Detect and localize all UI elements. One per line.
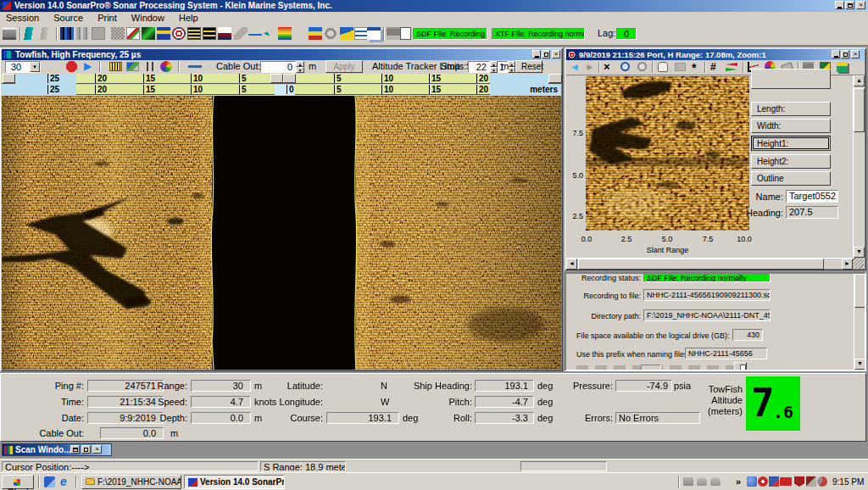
width-button[interactable]: Width: bbox=[751, 119, 831, 133]
scroll-down-arrow[interactable]: ▼ bbox=[854, 247, 865, 258]
target-minimize-button[interactable] bbox=[832, 50, 840, 58]
palette-icon[interactable] bbox=[160, 61, 172, 72]
wave-display-icon[interactable] bbox=[157, 27, 170, 40]
scroll-left-arrow[interactable]: ◄ bbox=[566, 259, 577, 270]
close-button[interactable]: × bbox=[856, 1, 865, 9]
save-icon[interactable] bbox=[387, 27, 400, 40]
pattern-display-icon[interactable] bbox=[111, 27, 125, 40]
rgb-display-icon[interactable] bbox=[293, 27, 307, 40]
height1-button[interactable]: Height1: bbox=[751, 136, 831, 151]
tray-shield-icon[interactable] bbox=[758, 476, 768, 487]
ruler-icon[interactable] bbox=[109, 62, 122, 71]
start-up[interactable]: ▲ bbox=[508, 61, 515, 67]
taskbar-sonarpro-task[interactable]: Version 14.0 SonarPr... bbox=[184, 475, 285, 489]
taskbar-folder-task[interactable]: F:\2019_NHHC-NOAA\2... bbox=[81, 475, 181, 489]
tray-ati-icon[interactable] bbox=[780, 477, 792, 486]
length-button[interactable]: Length: bbox=[751, 102, 831, 116]
ie-icon[interactable]: e bbox=[60, 475, 67, 488]
minimize-button[interactable] bbox=[835, 1, 844, 9]
gain-sliders-icon[interactable] bbox=[143, 62, 156, 71]
menu-source[interactable]: Source bbox=[47, 12, 89, 24]
range-select-arrow[interactable]: ▼ bbox=[30, 62, 40, 72]
target-hscrollbar[interactable]: ◄ ► bbox=[566, 258, 853, 269]
event-list-icon[interactable] bbox=[203, 27, 216, 40]
tray-pie-icon[interactable] bbox=[817, 476, 827, 487]
range-select[interactable]: 30 ▼ bbox=[5, 61, 41, 73]
bathy-icon[interactable] bbox=[340, 27, 353, 40]
tray-mcafee-icon[interactable] bbox=[794, 476, 804, 487]
height2-button[interactable]: Height2: bbox=[751, 154, 831, 169]
tray-network-icon[interactable] bbox=[747, 476, 757, 487]
recording-vscrollbar[interactable]: ▼ bbox=[854, 274, 865, 370]
annotate-icon[interactable] bbox=[234, 27, 248, 40]
scan-window-titlebar[interactable]: Scan Windo... × bbox=[2, 443, 112, 456]
sensor-plot-icon[interactable] bbox=[126, 27, 140, 40]
scan-maximize-button[interactable] bbox=[81, 445, 91, 454]
ruler-right-button[interactable] bbox=[548, 74, 562, 83]
ruler-center-button-2[interactable] bbox=[283, 74, 296, 83]
quicklaunch-app-icon[interactable] bbox=[44, 476, 55, 487]
scroll-thumb[interactable] bbox=[854, 88, 865, 132]
print-icon[interactable] bbox=[3, 27, 16, 40]
blank-display-icon[interactable] bbox=[92, 27, 105, 40]
menu-session[interactable]: Session bbox=[0, 12, 45, 24]
towfish-stbd-icon[interactable] bbox=[39, 27, 53, 40]
new-file-button[interactable] bbox=[734, 362, 747, 371]
refresh-icon[interactable] bbox=[324, 27, 337, 40]
prev-measure-button[interactable] bbox=[751, 69, 831, 89]
menu-help[interactable]: Help bbox=[173, 12, 204, 24]
stop-icon[interactable] bbox=[66, 61, 77, 72]
palette-bar-icon[interactable] bbox=[278, 27, 292, 40]
apply-button[interactable]: Apply bbox=[326, 60, 363, 73]
start-down[interactable]: ▼ bbox=[508, 67, 515, 73]
reset-button[interactable]: Reset bbox=[515, 60, 542, 73]
towfish-minimize-button[interactable] bbox=[532, 50, 541, 58]
tray-misc-icon[interactable] bbox=[806, 476, 816, 487]
scroll-right-arrow[interactable]: ► bbox=[842, 259, 853, 270]
tray-device-icon-2[interactable] bbox=[697, 477, 707, 486]
cable-tracker-icon[interactable] bbox=[188, 62, 202, 71]
stop-input[interactable]: 22 bbox=[468, 61, 490, 73]
image-view-icon[interactable] bbox=[126, 62, 139, 71]
zoom-out-icon[interactable] bbox=[637, 62, 647, 71]
play-icon[interactable]: ▶ bbox=[84, 60, 92, 72]
outline-button[interactable]: Outline bbox=[751, 171, 831, 186]
recording-scroll-down[interactable]: ▼ bbox=[854, 359, 865, 370]
delete-icon[interactable]: × bbox=[604, 60, 610, 73]
message-list-icon[interactable] bbox=[187, 27, 201, 40]
zoom-in-icon[interactable] bbox=[620, 62, 630, 71]
target-name-input[interactable]: Target0552 bbox=[786, 190, 838, 203]
cascade-windows-icon[interactable] bbox=[367, 27, 381, 40]
target-maximize-button[interactable] bbox=[841, 50, 849, 58]
grid-icon[interactable]: # bbox=[710, 61, 716, 73]
stop-down[interactable]: ▼ bbox=[490, 67, 498, 73]
copy-icon[interactable] bbox=[837, 62, 848, 72]
tray-device-icon-3[interactable] bbox=[710, 477, 721, 486]
scan-close-button[interactable]: × bbox=[92, 445, 102, 454]
towfish-cable-icon[interactable] bbox=[248, 27, 262, 40]
stop-up[interactable]: ▲ bbox=[490, 61, 498, 67]
cable-out-down[interactable]: ▼ bbox=[296, 67, 304, 73]
marker-star-icon[interactable]: * bbox=[692, 61, 696, 75]
new-file-icon[interactable] bbox=[400, 27, 411, 40]
menu-window[interactable]: Window bbox=[125, 12, 170, 24]
forward-icon[interactable]: ► bbox=[585, 61, 595, 73]
split-bars-icon[interactable] bbox=[354, 27, 368, 40]
layers-icon[interactable] bbox=[309, 27, 322, 40]
hscroll-thumb[interactable] bbox=[578, 259, 824, 270]
tray-overflow-icon[interactable]: » bbox=[736, 476, 741, 487]
ship-icon[interactable] bbox=[218, 27, 231, 40]
swap-arrows-icon[interactable] bbox=[726, 63, 737, 66]
start-button[interactable]: Start bbox=[2, 475, 34, 489]
green-plot-icon[interactable] bbox=[142, 27, 155, 40]
target-vscrollbar[interactable]: ▲ ▼ bbox=[853, 75, 864, 258]
back-icon[interactable]: ◄ bbox=[570, 61, 580, 73]
fish-arrow-icon[interactable] bbox=[264, 27, 277, 40]
cable-out-input[interactable]: 0 bbox=[260, 61, 296, 73]
recording-scroll-thumb[interactable] bbox=[854, 274, 865, 308]
towfish-close-button[interactable]: × bbox=[552, 50, 560, 58]
towfish-port-icon[interactable] bbox=[24, 27, 37, 40]
target-close-button[interactable]: × bbox=[851, 50, 860, 58]
waterfall-display-icon[interactable] bbox=[60, 27, 74, 40]
menu-print[interactable]: Print bbox=[92, 12, 123, 24]
